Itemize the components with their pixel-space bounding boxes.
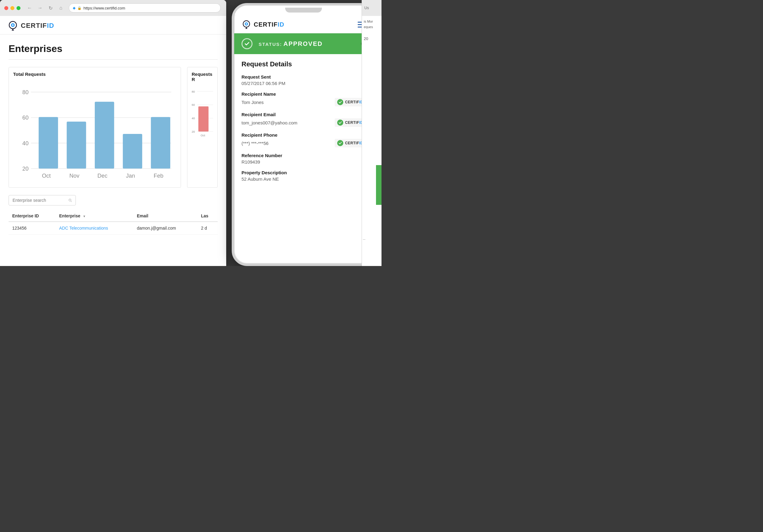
partial-number: 20 — [364, 36, 380, 42]
recipient-phone-badge: CERTIFID — [335, 139, 366, 147]
col-last: Las — [197, 210, 218, 222]
badge-phone-check-icon — [337, 140, 343, 146]
request-details-title: Request Details — [242, 60, 366, 68]
certifid-logo: CERTIFID — [7, 20, 54, 31]
svg-text:Dec: Dec — [97, 172, 108, 179]
charts-row: Total Requests 80 60 40 20 — [9, 67, 218, 188]
page-header: CERTIFID — [0, 16, 226, 35]
phone-logo-icon — [242, 20, 251, 29]
svg-text:Oct: Oct — [42, 172, 51, 179]
back-button[interactable]: ← — [25, 4, 34, 12]
home-button[interactable]: ⌂ — [56, 4, 65, 12]
search-icon — [68, 198, 72, 203]
cell-enterprise-id: 123456 — [9, 222, 55, 235]
requests-r-title: Requests R — [192, 71, 213, 82]
request-sent-value: 05/27/2017 06:56 PM — [242, 81, 285, 86]
svg-rect-13 — [67, 122, 86, 169]
request-sent-item: Request Sent 05/27/2017 06:56 PM — [242, 74, 366, 86]
badge-logo-text: CERTIFID — [345, 100, 363, 104]
enterprise-table: Enterprise ID Enterprise ▼ Email Las 123… — [9, 210, 218, 235]
svg-rect-15 — [123, 134, 142, 168]
svg-rect-30 — [198, 106, 208, 132]
browser-content: CERTIFID Enterprises Total Requests 80 6… — [0, 16, 226, 266]
phone-notch-area — [234, 6, 373, 15]
status-value: APPROVED — [283, 40, 322, 47]
svg-text:80: 80 — [192, 90, 195, 93]
status-label: STATUS: — [259, 42, 282, 47]
mobile-device: CERTIFID STATUS: APPROVED — [226, 0, 382, 266]
svg-point-37 — [246, 23, 247, 25]
requests-r-chart: Requests R 80 60 40 20 Oct — [187, 67, 218, 188]
maximize-button[interactable] — [17, 6, 21, 10]
partial-text-1: is Mor — [364, 19, 380, 25]
table-row: 123456 ADC Telecommunications damon.j@gm… — [9, 222, 218, 235]
sort-icon: ▼ — [83, 215, 86, 218]
badge-email-logo: CERTIFID — [345, 121, 363, 125]
forward-button[interactable]: → — [36, 4, 44, 12]
requests-r-svg: 80 60 40 20 Oct — [192, 85, 213, 139]
status-text-group: STATUS: APPROVED — [259, 40, 322, 48]
recipient-phone-item: Recipient Phone (***) ***-***56 CERTIFID — [242, 132, 366, 147]
phone-logo-certif: CERTIFID — [254, 21, 284, 28]
col-enterprise[interactable]: Enterprise ▼ — [55, 210, 133, 222]
request-details: Request Details Request Sent 05/27/2017 … — [234, 54, 373, 193]
property-description-label: Property Description — [242, 170, 366, 175]
recipient-name-label: Recipient Name — [242, 91, 366, 97]
shield-icon: ◆ — [73, 6, 75, 10]
svg-text:20: 20 — [22, 165, 29, 172]
recipient-email-badge: CERTIFID — [335, 118, 366, 127]
reload-button[interactable]: ↻ — [46, 4, 55, 12]
svg-text:Feb: Feb — [154, 172, 164, 179]
traffic-lights — [4, 6, 21, 10]
svg-text:60: 60 — [192, 103, 195, 106]
close-button[interactable] — [4, 6, 8, 10]
address-bar[interactable]: ◆ 🔒 https://www.certifid.com — [69, 3, 221, 13]
recipient-phone-label: Recipient Phone — [242, 132, 366, 138]
reference-number-item: Reference Number R109439 — [242, 153, 366, 164]
phone-header: CERTIFID — [234, 15, 373, 33]
cell-email: damon.j@gmail.com — [133, 222, 197, 235]
col-enterprise-id: Enterprise ID — [9, 210, 55, 222]
recipient-phone-row: (***) ***-***56 CERTIFID — [242, 139, 366, 147]
svg-text:Nov: Nov — [69, 172, 79, 179]
svg-text:20: 20 — [192, 130, 195, 133]
recipient-email-label: Recipient Email — [242, 112, 366, 117]
recipient-name-value: Tom Jones — [242, 100, 264, 105]
status-banner: STATUS: APPROVED — [234, 33, 373, 54]
reference-number-value: R109439 — [242, 159, 260, 164]
phone-frame: CERTIFID STATUS: APPROVED — [232, 3, 376, 266]
browser-window: ← → ↻ ⌂ ◆ 🔒 https://www.certifid.com — [0, 0, 226, 266]
status-check-icon — [242, 38, 253, 49]
cell-enterprise-name[interactable]: ADC Telecommunications — [55, 222, 133, 235]
recipient-phone-value: (***) ***-***56 — [242, 141, 269, 146]
col-email: Email — [133, 210, 197, 222]
partial-tab-label: Us — [364, 6, 369, 10]
enterprise-search-bar[interactable] — [9, 195, 76, 205]
svg-text:80: 80 — [22, 89, 29, 95]
badge-phone-logo: CERTIFID — [345, 141, 363, 145]
property-description-row: 52 Auburn Ave NE — [242, 176, 366, 182]
logo-id: ID — [47, 22, 54, 29]
enterprise-search-input[interactable] — [13, 198, 66, 203]
request-sent-row: 05/27/2017 06:56 PM — [242, 81, 366, 86]
badge-email-check-icon — [337, 120, 343, 126]
recipient-email-item: Recipient Email tom_jones007@yahoo.com C… — [242, 112, 366, 127]
partial-browser-titlebar: Us — [362, 0, 382, 16]
reference-number-label: Reference Number — [242, 153, 366, 158]
partial-text-2: eques — [364, 25, 380, 30]
cell-last: 2 d — [197, 222, 218, 235]
recipient-name-item: Recipient Name Tom Jones CERTIFID — [242, 91, 366, 106]
svg-text:60: 60 — [22, 114, 29, 121]
url-text: https://www.certifid.com — [83, 6, 125, 10]
lock-icon: 🔒 — [77, 6, 82, 10]
logo-text: CERTIFID — [21, 22, 54, 30]
request-sent-label: Request Sent — [242, 74, 366, 79]
minimize-button[interactable] — [10, 6, 14, 10]
recipient-name-badge: CERTIFID — [335, 98, 366, 106]
browser-titlebar: ← → ↻ ⌂ ◆ 🔒 https://www.certifid.com — [0, 0, 226, 16]
badge-check-icon — [337, 99, 343, 105]
svg-text:Oct: Oct — [200, 134, 205, 137]
phone-certifid-logo: CERTIFID — [242, 20, 284, 29]
phone-notch — [285, 8, 322, 13]
svg-text:40: 40 — [192, 117, 195, 120]
